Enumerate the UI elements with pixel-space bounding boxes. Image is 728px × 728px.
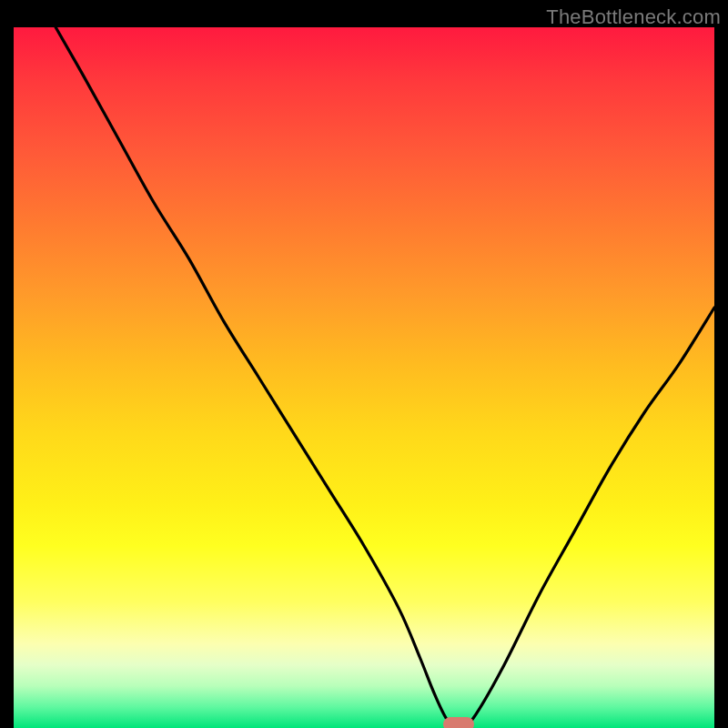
bottleneck-curve-path xyxy=(56,27,714,728)
watermark-text: TheBottleneck.com xyxy=(546,5,721,29)
chart-svg xyxy=(14,27,714,728)
minimum-marker xyxy=(443,717,474,728)
chart-frame xyxy=(14,27,714,728)
